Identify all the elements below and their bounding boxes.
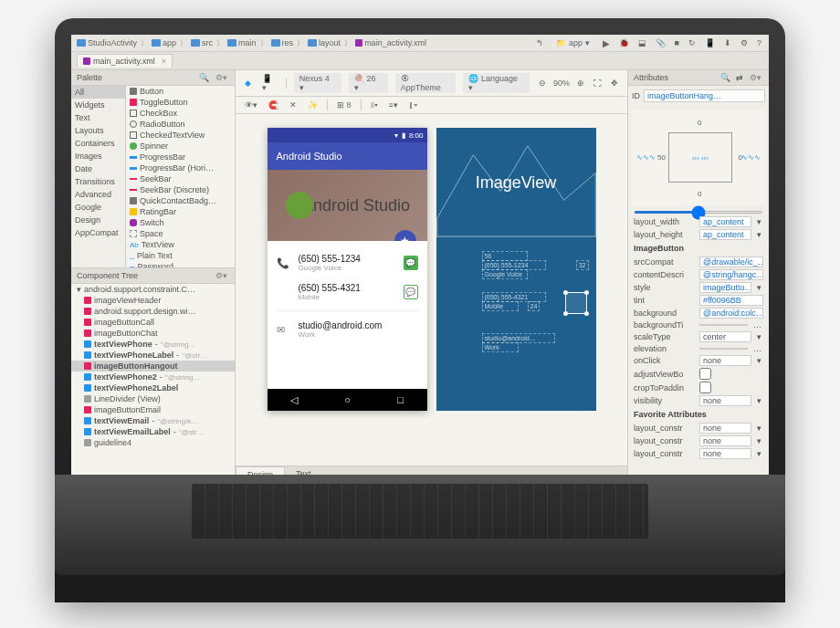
- run-icon[interactable]: ▶: [601, 38, 612, 48]
- avd-icon[interactable]: 📱: [703, 38, 717, 47]
- tree-item[interactable]: textViewPhone2 - "@string…: [71, 372, 235, 382]
- tree-item[interactable]: imageButtonEmail: [71, 404, 235, 415]
- palette-cat-design[interactable]: Design: [71, 214, 125, 226]
- palette-cat-date[interactable]: Date: [71, 162, 125, 175]
- widget-button[interactable]: Button: [126, 86, 235, 97]
- align-icon[interactable]: ≡▾: [387, 100, 400, 110]
- breadcrumb-item[interactable]: app: [152, 38, 176, 47]
- debug-icon[interactable]: 🐞: [617, 38, 631, 47]
- attr-value[interactable]: center: [699, 331, 751, 342]
- dropdown-icon[interactable]: ▾: [755, 396, 763, 405]
- back-nav-icon[interactable]: ↰: [534, 38, 545, 47]
- constraint-box[interactable]: ››› ‹‹‹: [668, 132, 732, 183]
- palette-cat-transitions[interactable]: Transitions: [71, 175, 125, 188]
- dropdown-icon[interactable]: ▾: [755, 356, 763, 365]
- horiz-bias-slider[interactable]: [634, 211, 763, 214]
- attr-value[interactable]: none: [699, 423, 751, 434]
- attr-checkbox[interactable]: [699, 368, 711, 380]
- tree-item[interactable]: LineDivider (View): [71, 393, 235, 404]
- tree-item[interactable]: textViewEmailLabel - "@str…: [71, 426, 235, 437]
- widget-switch[interactable]: Switch: [126, 217, 235, 228]
- dropdown-icon[interactable]: ▾: [755, 332, 763, 341]
- api-select[interactable]: 🍭 26 ▾: [349, 73, 388, 93]
- widget-checkbox[interactable]: CheckBox: [126, 108, 235, 119]
- device-select[interactable]: Nexus 4 ▾: [294, 73, 341, 93]
- design-canvas[interactable]: ▾▮8:00 Android Studio Android Studio ★ 📞…: [236, 114, 627, 466]
- design-surface-icon[interactable]: ◆: [243, 78, 253, 88]
- dropdown-icon[interactable]: ▾: [755, 283, 763, 292]
- breadcrumb-item[interactable]: layout: [308, 38, 341, 47]
- margin-top[interactable]: 0: [698, 119, 701, 127]
- constraint-widget[interactable]: ››› ‹‹‹ ∿∿∿ ∿∿∿ 50 0 0 0: [632, 110, 765, 205]
- orientation-icon[interactable]: 📱▾: [260, 74, 278, 92]
- tree-item[interactable]: textViewPhoneLabel - "@str…: [71, 350, 235, 361]
- phone-icon[interactable]: 📞: [277, 257, 289, 269]
- pan-icon[interactable]: ✥: [609, 78, 620, 88]
- profile-icon[interactable]: ⬓: [636, 38, 648, 47]
- search-icon[interactable]: 🔍: [719, 73, 732, 82]
- breadcrumb-item[interactable]: res: [271, 38, 294, 47]
- close-icon[interactable]: ×: [162, 57, 166, 66]
- tree-item[interactable]: textViewPhone2Label: [71, 382, 235, 393]
- default-margin-icon[interactable]: ⊞ 8: [335, 100, 353, 110]
- widget-checkedtextview[interactable]: CheckedTextView: [126, 130, 235, 141]
- fab-star[interactable]: ★: [394, 230, 416, 241]
- attach-icon[interactable]: 📎: [654, 38, 667, 47]
- infer-icon[interactable]: ✨: [306, 100, 320, 110]
- palette-cat-images[interactable]: Images: [71, 150, 125, 162]
- attr-checkbox[interactable]: [699, 382, 711, 393]
- attr-value[interactable]: none: [699, 435, 751, 446]
- widget-quickcontact[interactable]: QuickContactBadg…: [126, 195, 235, 206]
- attr-value[interactable]: ap_content: [699, 229, 751, 240]
- breadcrumb-item[interactable]: StudioActivity: [77, 38, 137, 47]
- widget-progressbar[interactable]: ProgressBar: [126, 152, 235, 162]
- run-config-select[interactable]: 📁 app ▾: [551, 37, 594, 48]
- help-icon[interactable]: ?: [755, 38, 763, 47]
- header-image[interactable]: Android Studio ★: [268, 170, 427, 241]
- tree-item-selected[interactable]: imageButtonHangout: [71, 361, 235, 372]
- attr-value[interactable]: [699, 348, 748, 350]
- back-icon[interactable]: ◁: [290, 394, 298, 406]
- id-input[interactable]: [644, 89, 765, 102]
- dropdown-icon[interactable]: ▾: [755, 230, 763, 239]
- settings-icon[interactable]: ⚙: [739, 38, 750, 47]
- attr-value[interactable]: none: [699, 448, 751, 459]
- palette-cat-text[interactable]: Text: [71, 111, 125, 124]
- zoom-out-icon[interactable]: ⊖: [537, 78, 548, 88]
- attr-value[interactable]: ap_content: [699, 216, 751, 227]
- attr-value[interactable]: imageButto…: [699, 282, 751, 293]
- email-icon[interactable]: ✉: [277, 324, 289, 336]
- margin-right[interactable]: 0: [739, 153, 742, 162]
- dropdown-icon[interactable]: ▾: [755, 217, 763, 226]
- stop-icon[interactable]: ■: [673, 38, 681, 47]
- widget-textview[interactable]: AbTextView: [126, 239, 235, 250]
- recents-icon[interactable]: □: [397, 394, 404, 405]
- widget-radiobutton[interactable]: RadioButton: [126, 119, 235, 130]
- blueprint-view[interactable]: ImageView 56 (650) 555-1234 Google Voice…: [436, 128, 596, 411]
- attr-value[interactable]: @drawable/ic_…: [699, 256, 763, 267]
- palette-cat-appcompat[interactable]: AppCompat: [71, 226, 125, 239]
- tree-item[interactable]: textViewEmail - "@string/e…: [71, 415, 235, 426]
- autoconnect-icon[interactable]: 🧲: [267, 100, 280, 110]
- palette-cat-widgets[interactable]: Widgets: [71, 99, 125, 111]
- more-icon[interactable]: …: [751, 320, 763, 330]
- gear-icon[interactable]: ⚙▾: [748, 73, 763, 82]
- zoom-in-icon[interactable]: ⊕: [575, 78, 586, 88]
- tree-item[interactable]: textViewPhone - "@string…: [71, 339, 235, 350]
- attr-value[interactable]: #ff0096BB: [699, 295, 763, 306]
- attr-value[interactable]: none: [699, 355, 751, 366]
- view-options-icon[interactable]: 👁▾: [243, 100, 259, 110]
- hangout-button[interactable]: 💬: [404, 285, 418, 299]
- attr-value[interactable]: none: [699, 395, 751, 406]
- tree-item[interactable]: imageViewHeader: [71, 295, 235, 306]
- widget-ratingbar[interactable]: RatingBar: [126, 206, 235, 217]
- gear-icon[interactable]: ⚙▾: [214, 73, 229, 82]
- language-select[interactable]: 🌐 Language ▾: [463, 73, 530, 93]
- widget-seekbar[interactable]: SeekBar: [126, 173, 235, 184]
- clear-constraints-icon[interactable]: ✕: [288, 100, 299, 110]
- expand-icon[interactable]: ⇄: [734, 73, 745, 82]
- theme-select[interactable]: ⦿ AppTheme: [395, 73, 457, 93]
- breadcrumb-item[interactable]: main: [227, 38, 257, 47]
- dropdown-icon[interactable]: ▾: [755, 424, 763, 433]
- dropdown-icon[interactable]: ▾: [755, 449, 763, 458]
